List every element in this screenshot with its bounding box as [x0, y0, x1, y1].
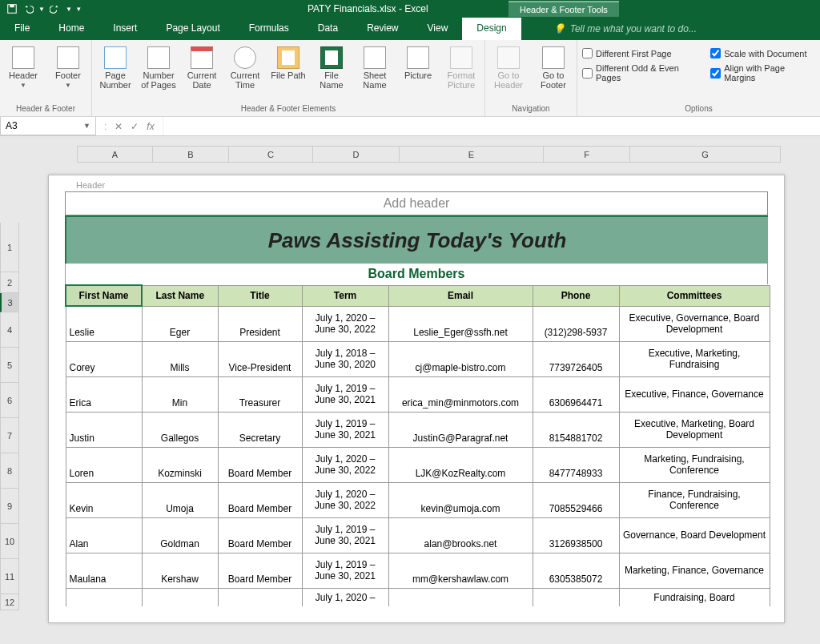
- table-cell[interactable]: [533, 588, 619, 606]
- table-cell[interactable]: [66, 588, 142, 606]
- formula-input[interactable]: [163, 117, 820, 135]
- tab-home[interactable]: Home: [44, 18, 98, 40]
- chevron-down-icon[interactable]: ▼: [83, 122, 90, 130]
- redo-dropdown-icon[interactable]: ▼: [66, 6, 72, 13]
- table-cell[interactable]: 8154881702: [533, 412, 619, 447]
- table-cell[interactable]: Executive, Finance, Governance: [619, 376, 770, 412]
- table-cell[interactable]: Treasurer: [218, 376, 302, 412]
- row-header[interactable]: 11: [0, 559, 19, 594]
- page-number-button[interactable]: #Page Number: [97, 43, 134, 90]
- table-cell[interactable]: Umoja: [142, 482, 218, 517]
- tab-page-layout[interactable]: Page Layout: [151, 18, 234, 40]
- table-cell[interactable]: Maulana: [66, 553, 142, 588]
- table-cell[interactable]: Eger: [142, 306, 218, 341]
- column-header[interactable]: F: [544, 146, 630, 163]
- table-cell[interactable]: Mills: [142, 341, 218, 376]
- header-right-box[interactable]: [533, 191, 768, 215]
- row-header[interactable]: 7: [0, 418, 19, 453]
- table-cell[interactable]: 6305385072: [533, 553, 619, 588]
- table-cell[interactable]: Kershaw: [142, 553, 218, 588]
- table-cell[interactable]: 8477748933: [533, 447, 619, 482]
- table-cell[interactable]: erica_min@minmotors.com: [388, 376, 533, 412]
- qat-customize-icon[interactable]: ▾: [77, 5, 81, 13]
- tab-review[interactable]: Review: [352, 18, 412, 40]
- row-header[interactable]: 1: [0, 223, 19, 272]
- table-cell[interactable]: 6306964471: [533, 376, 619, 412]
- tell-me-search[interactable]: 💡 Tell me what you want to do...: [553, 18, 697, 40]
- table-cell[interactable]: Loren: [66, 447, 142, 482]
- goto-footer-button[interactable]: Go to Footer: [535, 43, 572, 90]
- table-cell[interactable]: Board Member: [218, 447, 302, 482]
- table-cell[interactable]: July 1, 2020 –: [302, 588, 388, 606]
- table-cell[interactable]: Secretary: [218, 412, 302, 447]
- table-column-header[interactable]: Title: [218, 285, 302, 306]
- footer-button[interactable]: Footer▼: [50, 43, 86, 89]
- current-date-button[interactable]: Current Date: [183, 43, 220, 90]
- table-cell[interactable]: mm@kershawlaw.com: [388, 553, 533, 588]
- tab-data[interactable]: Data: [303, 18, 352, 40]
- table-cell[interactable]: Justin: [66, 412, 142, 447]
- tab-insert[interactable]: Insert: [98, 18, 151, 40]
- table-column-header[interactable]: Term: [302, 285, 388, 306]
- table-cell[interactable]: Board Member: [218, 482, 302, 517]
- redo-icon[interactable]: [50, 3, 61, 14]
- table-cell[interactable]: 3126938500: [533, 517, 619, 553]
- column-header[interactable]: C: [229, 146, 313, 163]
- undo-dropdown-icon[interactable]: ▼: [38, 6, 45, 13]
- tab-formulas[interactable]: Formulas: [235, 18, 303, 40]
- number-pages-button[interactable]: Number of Pages: [140, 43, 177, 90]
- header-left-box[interactable]: [65, 191, 299, 215]
- name-box[interactable]: A3▼: [0, 117, 96, 135]
- file-path-button[interactable]: File Path: [270, 43, 307, 80]
- table-cell[interactable]: July 1, 2019 – June 30, 2021: [302, 412, 388, 447]
- table-cell[interactable]: Fundraising, Board: [619, 588, 770, 606]
- table-cell[interactable]: Executive, Governance, Board Development: [619, 306, 770, 341]
- table-cell[interactable]: Leslie: [66, 306, 142, 341]
- table-cell[interactable]: July 1, 2020 – June 30, 2022: [302, 306, 388, 341]
- file-name-button[interactable]: File Name: [313, 43, 350, 90]
- table-cell[interactable]: JustinG@Paragraf.net: [388, 412, 533, 447]
- sheet-name-button[interactable]: Sheet Name: [356, 43, 393, 90]
- scale-with-doc-checkbox[interactable]: Scale with Document: [710, 48, 815, 58]
- column-header[interactable]: A: [77, 146, 153, 163]
- table-column-header[interactable]: Committees: [619, 285, 770, 306]
- table-cell[interactable]: 7739726405: [533, 341, 619, 376]
- table-cell[interactable]: Marketing, Fundraising, Conference: [619, 447, 770, 482]
- table-cell[interactable]: Board Member: [218, 553, 302, 588]
- row-header[interactable]: 8: [0, 453, 19, 489]
- undo-icon[interactable]: [22, 3, 34, 14]
- table-cell[interactable]: LJK@KozRealty.com: [388, 447, 533, 482]
- table-cell[interactable]: (312)298-5937: [533, 306, 619, 341]
- row-header[interactable]: 2: [0, 272, 19, 293]
- diff-first-page-checkbox[interactable]: Different First Page: [582, 48, 702, 58]
- table-cell[interactable]: Marketing, Finance, Governance: [619, 553, 770, 588]
- table-cell[interactable]: Alan: [66, 517, 142, 553]
- row-header[interactable]: 3: [0, 293, 19, 312]
- diff-odd-even-checkbox[interactable]: Different Odd & Even Pages: [582, 63, 702, 83]
- table-cell[interactable]: July 1, 2019 – June 30, 2021: [302, 553, 388, 588]
- table-cell[interactable]: Finance, Fundraising, Conference: [619, 482, 770, 517]
- current-time-button[interactable]: Current Time: [227, 43, 263, 90]
- picture-button[interactable]: Picture: [400, 43, 436, 80]
- table-cell[interactable]: July 1, 2018 – June 30, 2020: [302, 341, 388, 376]
- column-header[interactable]: G: [630, 146, 781, 163]
- table-cell[interactable]: Governance, Board Development: [619, 517, 770, 553]
- row-header[interactable]: 12: [0, 594, 19, 610]
- table-cell[interactable]: President: [218, 306, 302, 341]
- table-cell[interactable]: 7085529466: [533, 482, 619, 517]
- table-cell[interactable]: [142, 588, 218, 606]
- column-header[interactable]: E: [400, 146, 544, 163]
- table-cell[interactable]: [388, 588, 533, 606]
- row-header[interactable]: 6: [0, 383, 19, 418]
- tab-file[interactable]: File: [0, 18, 44, 40]
- fx-icon[interactable]: fx: [147, 121, 154, 132]
- table-cell[interactable]: Leslie_Eger@ssfh.net: [388, 306, 533, 341]
- tab-design[interactable]: Design: [462, 18, 521, 40]
- section-subtitle[interactable]: Board Members: [65, 264, 768, 284]
- header-button[interactable]: Header▼: [5, 43, 42, 89]
- table-cell[interactable]: Goldman: [142, 517, 218, 553]
- table-cell[interactable]: kevin@umoja.com: [388, 482, 533, 517]
- table-cell[interactable]: Board Member: [218, 517, 302, 553]
- table-column-header[interactable]: Email: [388, 285, 533, 306]
- row-header[interactable]: 10: [0, 524, 19, 559]
